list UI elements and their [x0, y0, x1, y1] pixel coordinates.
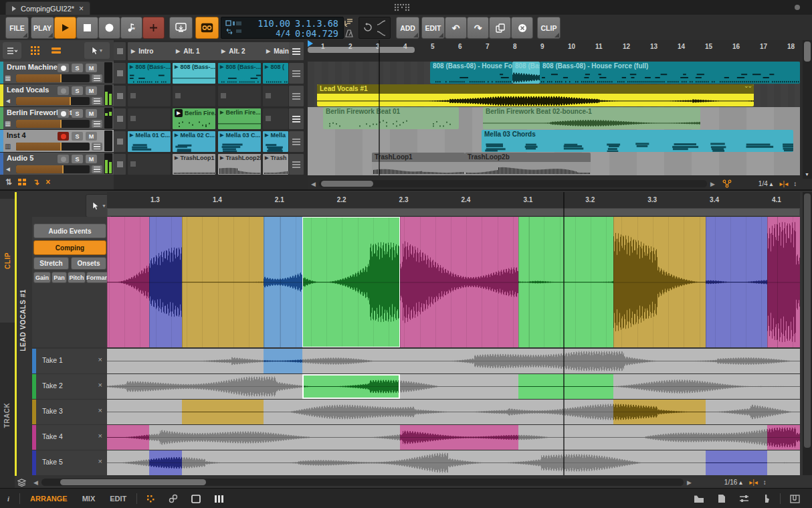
scroll-right-icon[interactable]: ▶	[684, 479, 695, 486]
solo-button[interactable]: S	[72, 64, 83, 72]
undo-button[interactable]: ↶	[445, 17, 467, 39]
track-menu-button[interactable]	[92, 97, 102, 105]
track-menu-button[interactable]	[92, 120, 102, 128]
lane-height-icon[interactable]: ↕	[793, 180, 797, 187]
take-header[interactable]: Take 4×	[32, 425, 107, 450]
track-stop-cell[interactable]	[114, 154, 126, 175]
piano-panel-icon[interactable]	[790, 495, 800, 503]
launcher-clip[interactable]: ▶808 (	[263, 63, 288, 84]
empty-clip-slot[interactable]	[128, 154, 171, 175]
launcher-clip[interactable]: ▶TrashLoop2b	[218, 154, 261, 175]
clip-play-icon[interactable]: ▶	[220, 133, 223, 138]
track-layout-menu-button[interactable]	[3, 42, 21, 59]
arrangement-hscrollbar[interactable]	[319, 180, 707, 187]
redo-button[interactable]: ↷	[467, 17, 489, 39]
track-alt-cell[interactable]	[289, 86, 304, 106]
take-lane[interactable]	[107, 374, 800, 399]
take-delete-button[interactable]: ×	[98, 432, 102, 440]
pitch-button[interactable]: Pitch	[68, 272, 86, 283]
clip-play-icon[interactable]: ▶	[220, 110, 223, 115]
track-alt-cell[interactable]	[289, 131, 304, 152]
tab-clip[interactable]: CLIP	[0, 199, 15, 323]
scroll-left-icon[interactable]: ◀	[308, 181, 319, 187]
browser-folder-icon[interactable]	[694, 495, 704, 503]
clip-launcher-footer-icon[interactable]	[18, 179, 27, 186]
launcher-grid-toggle[interactable]	[27, 42, 43, 59]
clip-play-icon[interactable]: ▶	[220, 64, 223, 70]
clip-play-icon[interactable]: ▶	[265, 133, 268, 138]
clip-header[interactable]: ⌄⌄	[317, 84, 754, 94]
stop-all-column-header[interactable]	[114, 42, 126, 60]
take-lane[interactable]	[107, 349, 800, 373]
scene-play-icon[interactable]: ▶	[221, 48, 225, 54]
editor-loop-region-bar[interactable]	[107, 208, 800, 216]
take-waveform[interactable]	[107, 425, 800, 450]
io-panel-icon[interactable]	[739, 495, 749, 503]
loop-button[interactable]	[362, 23, 374, 32]
take-lane[interactable]	[107, 450, 800, 475]
pointer-tool-button[interactable]: ▼	[84, 42, 110, 59]
take-header[interactable]: Take 5×	[32, 450, 107, 475]
editor-hscrollbar[interactable]	[41, 479, 684, 486]
lane-stack-icon[interactable]	[17, 479, 26, 487]
launcher-clip[interactable]: ▶Mella 02 C...	[173, 131, 215, 152]
pan-button[interactable]: Pan	[52, 272, 67, 283]
mute-button[interactable]: M	[86, 109, 97, 118]
editor-vscrollbar[interactable]	[803, 192, 812, 475]
solo-button[interactable]: S	[72, 155, 83, 163]
clip-play-icon[interactable]: ▶	[265, 155, 268, 161]
arrangement-clip[interactable]: 808 (Bass-08) - House Force (full)	[540, 62, 800, 84]
arrangement-lane[interactable]: Mella 03 Chords	[308, 130, 800, 153]
launcher-clip[interactable]: ▶Berlin Fire...	[173, 108, 215, 129]
scroll-right-icon[interactable]: ▶	[707, 181, 718, 187]
follow-playhead-button[interactable]	[722, 179, 732, 188]
clip-menu-button[interactable]: CLIP	[537, 17, 561, 39]
arrangement-clip[interactable]: ⌄⌄Lead Vocals #1	[317, 84, 754, 106]
single-panel-icon[interactable]	[191, 495, 201, 503]
arrangement-clip[interactable]: 808 (Bass-08) - House Force (	[430, 62, 512, 84]
empty-clip-slot[interactable]	[128, 108, 171, 129]
take-delete-button[interactable]: ×	[98, 355, 102, 363]
arrangement-lane[interactable]: ⌄⌄Lead Vocals #1	[308, 84, 800, 108]
volume-fader[interactable]	[16, 143, 90, 151]
time-value[interactable]: 0:04.729	[292, 29, 338, 39]
view-mix[interactable]: MIX	[82, 495, 96, 503]
return-to-arrangement-icon[interactable]: ↴	[33, 177, 39, 187]
groove-swing-button[interactable]: w	[120, 17, 142, 39]
automation-follow-button[interactable]	[377, 19, 386, 26]
tempo-value[interactable]: 110.00	[249, 19, 290, 29]
time-signature-value[interactable]: 4/4	[249, 29, 290, 39]
arrangement-clip[interactable]: 808 (Bas	[512, 62, 540, 84]
link-icon[interactable]	[169, 494, 178, 503]
metronome-button[interactable]	[345, 29, 353, 37]
editor-ruler[interactable]: 1.31.42.12.22.32.43.13.23.33.44.1	[107, 192, 800, 208]
vscroll-thumb[interactable]	[804, 193, 811, 448]
arrangement-clip[interactable]: Mella 03 Chords	[482, 130, 793, 152]
mapping-hand-icon[interactable]	[763, 494, 771, 503]
scroll-left-icon[interactable]: ◀	[30, 479, 41, 486]
empty-clip-slot[interactable]	[263, 108, 288, 129]
gain-button[interactable]: Gain	[33, 272, 51, 283]
launcher-clip[interactable]: ▶Berlin Fire...	[218, 108, 261, 129]
file-panel-icon[interactable]	[718, 494, 726, 503]
view-edit[interactable]: EDIT	[110, 495, 126, 503]
comp-expand-icon[interactable]: ⌄⌄	[744, 84, 751, 89]
scene-menu-cell[interactable]	[289, 42, 304, 60]
lane-height-icon[interactable]: ↕	[763, 479, 767, 486]
comping-button[interactable]: Comping	[33, 240, 106, 255]
launcher-clip[interactable]: ▶Mella	[263, 131, 288, 152]
record-button[interactable]	[98, 17, 120, 39]
file-menu-button[interactable]: FILE	[5, 17, 29, 39]
mute-button[interactable]: M	[86, 155, 97, 163]
empty-clip-slot[interactable]	[128, 86, 171, 106]
audio-events-button[interactable]: Audio Events	[33, 224, 106, 238]
clip-play-icon[interactable]: ▶	[130, 133, 133, 138]
project-tab[interactable]: CompingGUI22* ×	[5, 1, 90, 15]
track-row[interactable]: Berlin Firework KitSM▦	[0, 107, 114, 130]
volume-fader[interactable]	[16, 165, 90, 173]
take-waveform[interactable]	[107, 349, 800, 373]
multi-panel-icon[interactable]	[214, 495, 224, 503]
stop-all-clips-icon[interactable]: ×	[45, 177, 50, 187]
clip-play-icon[interactable]: ▶	[220, 155, 223, 161]
hscroll-thumb[interactable]	[321, 181, 373, 187]
